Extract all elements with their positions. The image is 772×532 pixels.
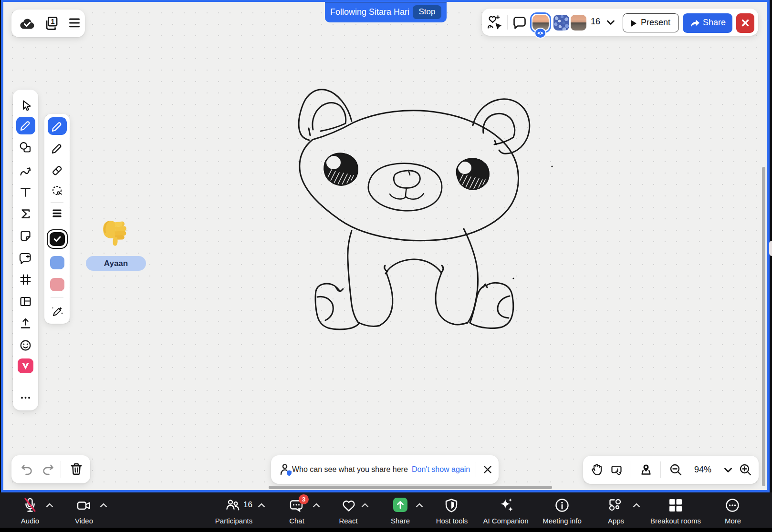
svg-text:1: 1 bbox=[51, 17, 54, 25]
